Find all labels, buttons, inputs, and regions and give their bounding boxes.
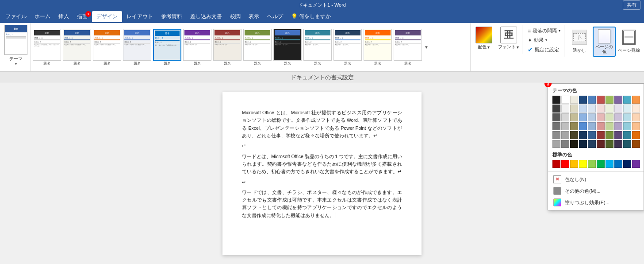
theme-color-cell[interactable] — [588, 105, 596, 113]
watermark-button[interactable]: A 透かし — [568, 27, 591, 57]
theme-color-cell[interactable] — [561, 105, 569, 113]
menu-item-help[interactable]: ヘルプ — [264, 11, 287, 22]
theme-color-cell[interactable] — [570, 113, 578, 121]
menu-item-search[interactable]: 💡何をしますか — [288, 11, 334, 22]
theme-color-cell[interactable] — [579, 122, 587, 130]
page-color-button[interactable]: ページの色 — [593, 27, 616, 57]
theme-item-12[interactable]: 題名 見出し 1 見出し 2 本文テキストサンプル。 題名 — [363, 29, 392, 66]
theme-color-cell[interactable] — [588, 96, 596, 104]
theme-color-cell[interactable] — [579, 105, 587, 113]
theme-color-cell[interactable] — [614, 113, 622, 121]
theme-color-cell[interactable] — [614, 122, 622, 130]
theme-color-cell[interactable] — [552, 113, 560, 121]
theme-item-7[interactable]: 題名 見出し 1 見出し 2 本文テキストサンプル。 題名 — [213, 29, 242, 66]
theme-color-cell[interactable] — [632, 96, 640, 104]
theme-color-cell[interactable] — [623, 131, 631, 139]
theme-color-cell[interactable] — [606, 140, 613, 148]
fill-effect-item[interactable]: 塗りつぶし効果(E)... — [548, 197, 644, 210]
set-default-button[interactable]: ✔ 既定に設定 — [526, 45, 562, 54]
theme-color-cell[interactable] — [561, 131, 569, 139]
theme-color-cell[interactable] — [623, 122, 631, 130]
other-colors-item[interactable]: その他の色(M)... — [548, 185, 644, 197]
theme-color-cell[interactable] — [579, 131, 587, 139]
theme-item-2[interactable]: 題名 見出し 1 見出し 2 本文テキストサンプル例示テキスト。 題名 — [62, 29, 92, 66]
menu-item-review[interactable]: 校閲 — [226, 11, 244, 22]
theme-color-cell[interactable] — [561, 113, 569, 121]
standard-color-cell[interactable] — [579, 160, 587, 168]
document-page[interactable]: Microsoft Office とは、Microsoft 社が提供するビジネス… — [222, 92, 422, 255]
theme-color-cell[interactable] — [597, 96, 605, 104]
standard-color-cell[interactable] — [623, 160, 631, 168]
theme-color-cell[interactable] — [588, 122, 596, 130]
paragraph-spacing-button[interactable]: ≡ 段落の間隔 ▾ — [526, 27, 562, 35]
menu-item-file[interactable]: ファイル — [2, 11, 30, 22]
menu-item-view[interactable]: 表示 — [245, 11, 263, 22]
effects-button[interactable]: ✦ 効果 ▾ — [526, 36, 562, 44]
theme-color-cell[interactable] — [552, 105, 560, 113]
theme-color-cell[interactable] — [614, 96, 622, 104]
font-button[interactable]: 亜 フォント▾ — [497, 27, 520, 50]
menu-item-design[interactable]: デザイン — [92, 11, 122, 22]
theme-item-4[interactable]: 題名 見出し 1 見出し 2 本文テキストサンプル例示テキスト。 題名 — [123, 29, 152, 66]
theme-item-10[interactable]: 題名 見出し 1 見出し 2 本文テキストサンプル。 題名 — [303, 29, 332, 66]
theme-color-cell[interactable] — [588, 113, 596, 121]
theme-color-cell[interactable] — [597, 140, 605, 148]
menu-item-insert[interactable]: 挿入 — [55, 11, 73, 22]
share-button[interactable]: 共有 — [623, 0, 640, 10]
theme-color-cell[interactable] — [632, 131, 640, 139]
theme-color-cell[interactable] — [597, 105, 605, 113]
theme-color-cell[interactable] — [561, 140, 569, 148]
theme-color-cell[interactable] — [570, 131, 578, 139]
standard-color-cell[interactable] — [588, 160, 596, 168]
theme-item-1[interactable]: 題名 見出し 1 見出し 2 本文テキストの例です。テキストサンプルになります。… — [32, 29, 61, 66]
theme-color-cell[interactable] — [632, 105, 640, 113]
theme-color-cell[interactable] — [632, 140, 640, 148]
menu-item-draw[interactable]: 描画1 — [73, 11, 91, 22]
theme-color-cell[interactable] — [579, 96, 587, 104]
menu-item-mailings[interactable]: 差し込み文書 — [187, 11, 226, 22]
no-fill-item[interactable]: ✕ 色なし(N) — [548, 174, 644, 185]
theme-color-cell[interactable] — [552, 122, 560, 130]
theme-item-8[interactable]: 題名 見出し 1 見出し 2 本文テキストサンプル。 題名 — [243, 29, 272, 66]
theme-color-cell[interactable] — [570, 140, 578, 148]
theme-color-cell[interactable] — [579, 140, 587, 148]
standard-color-cell[interactable] — [597, 160, 605, 168]
page-border-button[interactable]: ページ罫線 — [617, 27, 640, 57]
menu-item-home[interactable]: ホーム — [31, 11, 54, 22]
theme-color-cell[interactable] — [614, 140, 622, 148]
scroll-down-button[interactable]: ▼ — [423, 30, 429, 65]
theme-color-cell[interactable] — [606, 131, 613, 139]
theme-color-cell[interactable] — [606, 122, 613, 130]
color-button[interactable]: 配色▾ — [472, 27, 495, 50]
standard-color-cell[interactable] — [561, 160, 569, 168]
standard-color-cell[interactable] — [632, 160, 640, 168]
theme-color-cell[interactable] — [597, 113, 605, 121]
theme-item-13[interactable]: 題名 見出し 1 見出し 2 本文テキストサンプル。 題名 — [393, 29, 422, 66]
menu-item-references[interactable]: 参考資料 — [157, 11, 186, 22]
theme-thumbnail[interactable]: 題名 見出し 1 — [4, 25, 27, 55]
menu-item-layout[interactable]: レイアウト — [123, 11, 157, 22]
theme-color-cell[interactable] — [614, 131, 622, 139]
theme-color-cell[interactable] — [606, 96, 613, 104]
theme-color-cell[interactable] — [597, 122, 605, 130]
theme-color-cell[interactable] — [588, 140, 596, 148]
theme-color-cell[interactable] — [570, 105, 578, 113]
theme-item-11[interactable]: 題名 見出し 1 見出し 2 本文テキストサンプル。 題名 — [333, 29, 362, 66]
theme-color-cell[interactable] — [561, 96, 569, 104]
theme-color-cell[interactable] — [570, 122, 578, 130]
theme-item-3[interactable]: 題名 見出し 1 見出し 2 本文テキストサンプル例示テキスト。 題名 — [92, 29, 122, 66]
theme-color-cell[interactable] — [552, 140, 560, 148]
theme-dropdown-arrow[interactable]: ▼ — [14, 62, 18, 66]
theme-color-cell[interactable] — [597, 131, 605, 139]
theme-item-5[interactable]: 題名 見出し 1 見出し 2 本文テキストサンプル例示テキスト。 題名 — [153, 29, 182, 66]
standard-color-cell[interactable] — [614, 160, 622, 168]
theme-item-6[interactable]: 題名 見出し 1 見出し 2 本文テキストサンプル。 題名 — [183, 29, 212, 66]
theme-item-9[interactable]: 題名 見出し 1 見出し 2 本文テキストサンプル。 題名 — [273, 29, 302, 66]
theme-color-cell[interactable] — [614, 105, 622, 113]
theme-color-cell[interactable] — [570, 96, 578, 104]
standard-color-cell[interactable] — [570, 160, 578, 168]
theme-color-cell[interactable] — [632, 113, 640, 121]
theme-color-cell[interactable] — [623, 96, 631, 104]
standard-color-cell[interactable] — [552, 160, 560, 168]
theme-color-cell[interactable] — [632, 122, 640, 130]
